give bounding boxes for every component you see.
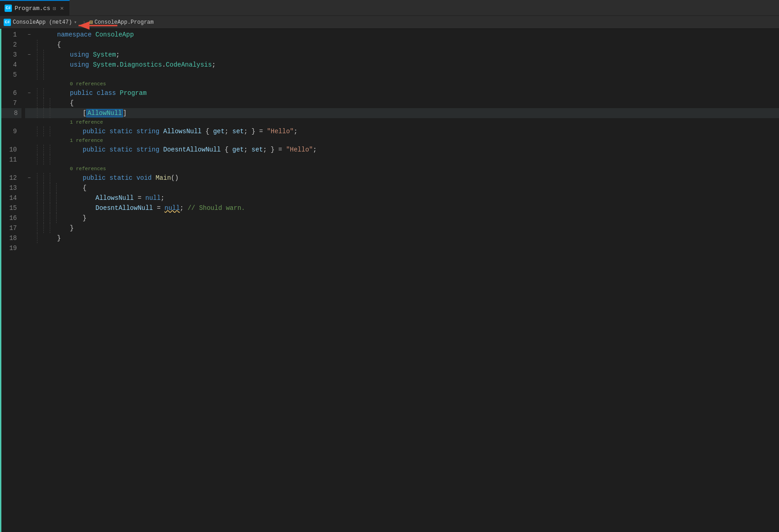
collapse-10 [25, 145, 33, 155]
collapse-8 [25, 108, 33, 118]
code-row-4: using System.Diagnostics.CodeAnalysis; [25, 60, 779, 70]
code-row-15: DoesntAllowNull = null; // Should warn. [25, 203, 779, 213]
breadcrumb-cs-icon: C# [4, 19, 11, 26]
collapse-4 [25, 60, 33, 70]
tab-cs-icon: C# [5, 5, 12, 12]
code-row-18: } [25, 233, 779, 243]
code-row-12: − public static void Main() [25, 173, 779, 183]
code-line-16: } [57, 213, 779, 223]
code-line-9: public static string AllowsNull { get; s… [57, 126, 779, 136]
code-line-11 [57, 155, 779, 165]
code-row-3: − using System; [25, 50, 779, 60]
line-num-17: 17 [1, 223, 21, 233]
line-num-11: 11 [1, 155, 21, 165]
tab-program-cs[interactable]: C# Program.cs ⊡ ✕ [0, 0, 70, 16]
breadcrumb-bar: C# ConsoleApp (net47) ▾ › ⊞ ConsoleApp.P… [0, 16, 779, 29]
guides-17 [33, 223, 57, 233]
line-num-6: 6 [1, 88, 21, 98]
guides-2 [33, 40, 57, 50]
line-num-7: 7 [1, 98, 21, 108]
line-numbers-gutter: 1 2 3 4 5 6 7 8 9 10 11 12 13 14 15 16 1… [0, 29, 25, 532]
ref-hint-6[interactable]: 0 references [25, 80, 779, 88]
editor-area: 1 2 3 4 5 6 7 8 9 10 11 12 13 14 15 16 1… [0, 29, 779, 532]
breadcrumb-project[interactable]: C# ConsoleApp (net47) ▾ [4, 19, 77, 26]
ref-hint-10[interactable]: 1 reference [25, 136, 779, 145]
code-row-13: { [25, 183, 779, 193]
ref-hint-9[interactable]: 1 reference [25, 118, 779, 126]
line-num-14: 14 [1, 193, 21, 203]
code-line-4: using System.Diagnostics.CodeAnalysis; [57, 60, 779, 70]
line-num-4: 4 [1, 60, 21, 70]
collapse-5 [25, 70, 33, 80]
collapse-3[interactable]: − [25, 50, 33, 60]
code-row-17: } [25, 223, 779, 233]
line-num-19: 19 [1, 243, 21, 253]
code-line-13: { [57, 183, 779, 193]
code-row-16: } [25, 213, 779, 223]
ref-hint-10-text: 1 reference [70, 136, 103, 145]
guides-16 [33, 213, 57, 223]
ref-hint-6-text: 0 references [70, 80, 106, 88]
collapse-2 [25, 40, 33, 50]
tab-pin-icon[interactable]: ⊡ [53, 5, 56, 11]
red-arrow-annotation [74, 19, 120, 32]
collapse-17 [25, 223, 33, 233]
code-line-15: DoesntAllowNull = null; // Should warn. [57, 203, 779, 213]
guides-11 [33, 155, 57, 165]
code-content-area[interactable]: − namespace ConsoleApp { − [25, 29, 779, 532]
guides-7 [33, 98, 57, 108]
code-row-6: − public class Program [25, 88, 779, 98]
code-line-12: public static void Main() [57, 173, 779, 183]
line-num-9: 9 [1, 126, 21, 136]
guides-15 [33, 203, 57, 213]
collapse-7 [25, 98, 33, 108]
tab-close-icon[interactable]: ✕ [59, 4, 65, 12]
collapse-1[interactable]: − [25, 30, 33, 40]
guides-6 [33, 88, 57, 98]
collapse-18 [25, 233, 33, 243]
allownull-highlight: AllowNull [86, 109, 123, 117]
guides-18 [33, 233, 57, 243]
code-row-7: { [25, 98, 779, 108]
guides-8 [33, 108, 57, 118]
code-line-8: [AllowNull] [57, 108, 779, 118]
collapse-14 [25, 193, 33, 203]
code-line-19 [57, 243, 779, 253]
code-row-2: { [25, 40, 779, 50]
green-left-bar [0, 29, 1, 532]
code-line-7: { [57, 98, 779, 108]
code-line-5 [57, 70, 779, 80]
code-row-9: public static string AllowsNull { get; s… [25, 126, 779, 136]
guides-5 [33, 70, 57, 80]
code-line-14: AllowsNull = null; [57, 193, 779, 203]
code-line-17: } [57, 223, 779, 233]
ref-hint-9-text: 1 reference [70, 118, 103, 126]
line-num-10: 10 [1, 145, 21, 155]
guides-4 [33, 60, 57, 70]
code-line-18: } [57, 233, 779, 243]
code-row-11 [25, 155, 779, 165]
code-line-3: using System; [57, 50, 779, 60]
code-row-1: − namespace ConsoleApp [25, 30, 779, 40]
ide-window: C# Program.cs ⊡ ✕ C# ConsoleApp (net47) … [0, 0, 779, 532]
ref-hint-12[interactable]: 0 references [25, 165, 779, 173]
line-num-12: 12 [1, 173, 21, 183]
collapse-15 [25, 203, 33, 213]
collapse-6[interactable]: − [25, 88, 33, 98]
guides-9 [33, 126, 57, 136]
guides-3 [33, 50, 57, 60]
code-row-8: [AllowNull] [25, 108, 779, 118]
collapse-16 [25, 213, 33, 223]
collapse-11 [25, 155, 33, 165]
tab-bar: C# Program.cs ⊡ ✕ [0, 0, 779, 16]
line-num-18: 18 [1, 233, 21, 243]
line-num-5: 5 [1, 70, 21, 80]
code-row-5 [25, 70, 779, 80]
guides-10 [33, 145, 57, 155]
line-num-13: 13 [1, 183, 21, 193]
collapse-12[interactable]: − [25, 173, 33, 183]
code-row-10: public static string DoesntAllowNull { g… [25, 145, 779, 155]
code-line-2: { [57, 40, 779, 50]
tab-filename: Program.cs [15, 5, 50, 12]
collapse-13 [25, 183, 33, 193]
